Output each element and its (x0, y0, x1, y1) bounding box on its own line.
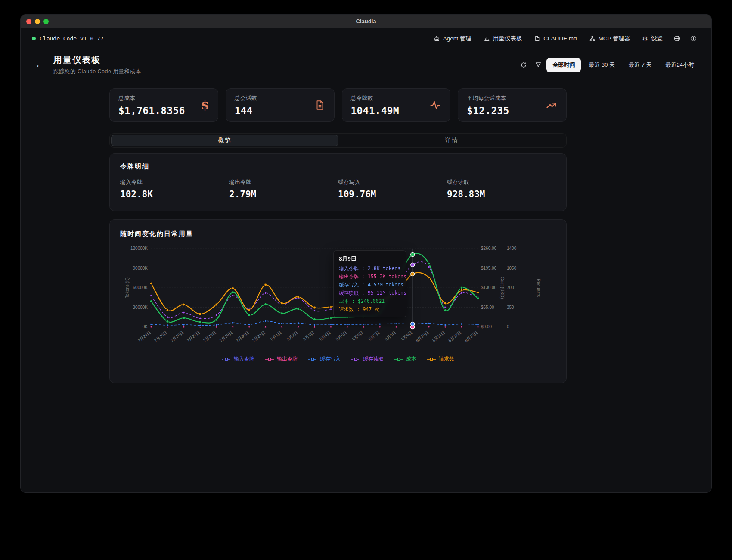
nav-usage-dashboard-label: 用量仪表板 (493, 35, 522, 43)
top-navigation: Claude Code v1.0.77 Agent 管理 用量仪表板 CLAUD… (21, 28, 711, 49)
legend-item[interactable]: 缓存读取 (351, 355, 384, 363)
token-breakdown-card: 令牌明细 输入令牌 102.8K 输出令牌 2.79M 缓存写入 109.76M… (109, 153, 567, 211)
traffic-lights (26, 19, 49, 24)
app-window: Claudia Claude Code v1.0.77 Agent 管理 用量仪… (20, 14, 712, 493)
legend-glyph-icon (222, 357, 231, 361)
svg-text:7月26日: 7月26日 (170, 330, 184, 343)
legend-item[interactable]: 输入令牌 (222, 355, 254, 363)
stat-card-avg-cost-per-session: 平均每会话成本 $12.235 (458, 88, 567, 122)
zoom-window-button[interactable] (43, 19, 49, 24)
svg-text:8月13日: 8月13日 (464, 330, 478, 343)
svg-text:7月29日: 7月29日 (219, 330, 233, 343)
globe-icon (673, 35, 681, 42)
svg-text:8月4日: 8月4日 (319, 330, 332, 342)
legend-glyph-icon (308, 357, 317, 361)
svg-text:8月6日: 8月6日 (351, 330, 364, 342)
header-controls: 全部时间 最近 30 天 最近 7 天 最近24小时 (517, 58, 700, 72)
bar-chart-icon (484, 35, 490, 42)
tooltip-row: 输入令牌 : 2.8K tokens (339, 265, 401, 272)
tab-overview[interactable]: 概览 (111, 135, 338, 146)
stat-card-total-sessions: 总会话数 144 (226, 88, 335, 122)
nav-claude-md[interactable]: CLAUDE.md (529, 32, 581, 45)
daily-usage-card: 随时间变化的日常用量 0K30000K60000K90000K120000KTo… (109, 219, 567, 383)
svg-text:Tokens (K): Tokens (K) (125, 277, 130, 298)
svg-text:Requests: Requests (536, 279, 541, 297)
range-30-days-button[interactable]: 最近 30 天 (583, 58, 621, 72)
bot-icon (434, 35, 440, 42)
legend-glyph-icon (427, 357, 436, 361)
legend-item[interactable]: 成本 (394, 355, 416, 363)
nav-agent-manager[interactable]: Agent 管理 (429, 32, 476, 46)
file-icon (534, 35, 540, 42)
svg-text:$130.00: $130.00 (481, 285, 497, 290)
svg-text:$65.00: $65.00 (481, 305, 494, 310)
svg-text:1400: 1400 (507, 246, 517, 251)
filter-button[interactable] (532, 59, 545, 72)
svg-text:0K: 0K (143, 324, 148, 329)
app-version: Claude Code v1.0.77 (32, 35, 104, 42)
svg-text:8月8日: 8月8日 (384, 330, 397, 342)
svg-text:120000K: 120000K (130, 246, 148, 251)
nav-mcp-manager[interactable]: MCP 管理器 (584, 32, 635, 46)
svg-text:8月9日: 8月9日 (400, 330, 413, 342)
legend-item[interactable]: 请求数 (427, 355, 454, 363)
svg-text:7月27日: 7月27日 (186, 330, 201, 343)
svg-text:7月24日: 7月24日 (137, 330, 152, 343)
nav-usage-dashboard[interactable]: 用量仪表板 (479, 32, 527, 46)
nav-settings-label: 设置 (651, 35, 663, 43)
legend-item[interactable]: 缓存写入 (308, 355, 341, 363)
legend-glyph-icon (265, 357, 274, 361)
token-breakdown-grid: 输入令牌 102.8K 输出令牌 2.79M 缓存写入 109.76M 缓存读取… (120, 178, 556, 199)
legend-glyph-icon (351, 357, 360, 361)
legend-item[interactable]: 输出令牌 (265, 355, 298, 363)
token-item-output: 输出令牌 2.79M (229, 178, 338, 199)
svg-text:8月1日: 8月1日 (270, 330, 282, 342)
dollar-icon: $ (201, 98, 209, 112)
range-7-days-button[interactable]: 最近 7 天 (623, 58, 658, 72)
language-button[interactable] (670, 32, 684, 45)
refresh-icon (520, 62, 527, 68)
status-dot-icon (32, 37, 36, 40)
range-24-hours-button[interactable]: 最近24小时 (660, 58, 700, 72)
svg-text:30000K: 30000K (133, 305, 148, 310)
token-item-cache-read: 缓存读取 928.83M (447, 178, 556, 199)
svg-text:700: 700 (507, 285, 514, 290)
chart-title: 随时间变化的日常用量 (120, 230, 556, 238)
svg-text:$195.00: $195.00 (481, 266, 497, 271)
stat-value: $1,761.8356 (118, 105, 185, 116)
activity-icon (429, 99, 441, 111)
network-icon (589, 35, 596, 42)
nav-mcp-manager-label: MCP 管理器 (599, 35, 630, 43)
svg-text:350: 350 (507, 305, 514, 310)
tooltip-row: 请求数 : 947 次 (339, 306, 401, 313)
stat-label: 总令牌数 (351, 94, 399, 102)
refresh-button[interactable] (517, 59, 530, 72)
chart-tooltip: 8月9日 输入令牌 : 2.8K tokens输出令牌 : 155.3K tok… (333, 250, 406, 317)
close-window-button[interactable] (26, 19, 31, 24)
range-all-time-button[interactable]: 全部时间 (546, 58, 581, 72)
stat-card-total-cost: 总成本 $1,761.8356 $ (109, 88, 218, 122)
nav-claude-md-label: CLAUDE.md (543, 35, 577, 42)
back-button[interactable]: ← (35, 60, 44, 70)
trend-up-icon (546, 99, 558, 111)
tooltip-row: 成本 : $240.0021 (339, 298, 401, 305)
minimize-window-button[interactable] (35, 19, 40, 24)
svg-text:7月28日: 7月28日 (202, 330, 217, 343)
svg-text:1050: 1050 (507, 266, 517, 271)
info-button[interactable] (686, 32, 700, 45)
page-titles: 用量仪表板 跟踪您的 Claude Code 用量和成本 (53, 54, 141, 75)
stat-value: 1041.49M (351, 105, 399, 116)
stat-label: 总会话数 (235, 94, 257, 102)
svg-text:8月7日: 8月7日 (367, 330, 380, 342)
svg-text:Cost (USD): Cost (USD) (500, 277, 505, 299)
tooltip-date: 8月9日 (339, 255, 401, 263)
svg-text:0: 0 (507, 324, 509, 329)
tab-details[interactable]: 详情 (338, 135, 565, 146)
svg-text:8月2日: 8月2日 (286, 330, 299, 342)
nav-settings[interactable]: ⚙ 设置 (638, 32, 667, 46)
titlebar: Claudia (21, 15, 711, 28)
page-subtitle: 跟踪您的 Claude Code 用量和成本 (53, 68, 141, 75)
svg-text:8月10日: 8月10日 (415, 330, 429, 343)
svg-text:8月12日: 8月12日 (447, 330, 462, 343)
gear-icon: ⚙ (642, 35, 648, 42)
